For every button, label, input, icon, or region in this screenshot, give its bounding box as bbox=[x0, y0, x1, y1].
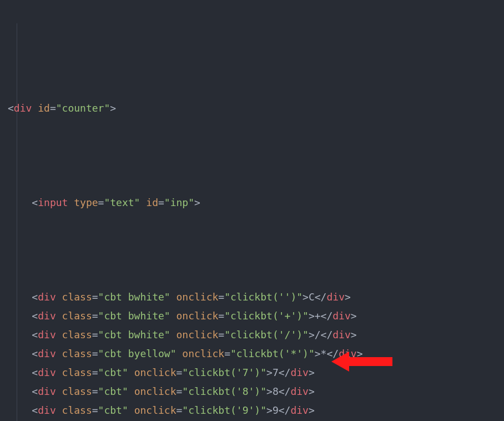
space bbox=[128, 385, 134, 397]
close-bracket-open: </ bbox=[279, 367, 291, 378]
space bbox=[140, 197, 146, 208]
inner-text: 8 bbox=[273, 385, 279, 397]
attr-onclick-value: "clickbt('8')" bbox=[182, 385, 266, 397]
bracket-open: < bbox=[32, 329, 38, 340]
close-tag-name: div bbox=[290, 367, 309, 378]
tag-name: div bbox=[38, 310, 56, 322]
close-tag-name: div bbox=[290, 385, 309, 397]
attr-onclick: onclick bbox=[176, 329, 218, 340]
indent bbox=[8, 291, 32, 303]
code-line[interactable]: <div class="cbt" onclick="clickbt('7')">… bbox=[8, 363, 504, 382]
close-tag-name: div bbox=[332, 329, 351, 340]
attr-class-value: "cbt" bbox=[98, 404, 128, 416]
indent bbox=[8, 367, 32, 378]
attr-id-value: "counter" bbox=[56, 102, 110, 114]
bracket-close: > bbox=[309, 329, 315, 340]
attr-class: class bbox=[62, 329, 92, 340]
close-bracket-open: </ bbox=[326, 348, 339, 359]
space bbox=[56, 310, 62, 322]
attr-onclick-value: "clickbt('+')" bbox=[224, 310, 309, 322]
close-bracket-close: > bbox=[345, 291, 351, 303]
attr-class: class bbox=[62, 404, 92, 416]
attr-onclick: onclick bbox=[134, 404, 177, 416]
code-line[interactable]: <div class="cbt bwhite" onclick="clickbt… bbox=[8, 307, 504, 325]
bracket-close: > bbox=[303, 291, 309, 303]
attr-class-value: "cbt bwhite" bbox=[98, 310, 170, 322]
bracket-open: < bbox=[32, 385, 38, 397]
space bbox=[128, 367, 134, 378]
tag-name: div bbox=[38, 329, 56, 340]
code-line-input[interactable]: <input type="text" id="inp"> bbox=[8, 193, 504, 212]
indent bbox=[8, 404, 32, 416]
space bbox=[170, 310, 177, 322]
bracket-open: < bbox=[8, 102, 14, 114]
equals: = bbox=[158, 197, 164, 208]
bracket-close: > bbox=[110, 102, 116, 114]
bracket-open: < bbox=[32, 367, 38, 378]
bracket-close: > bbox=[266, 385, 273, 397]
code-line[interactable]: <div class="cbt bwhite" onclick="clickbt… bbox=[8, 288, 504, 307]
attr-class-value: "cbt byellow" bbox=[98, 348, 177, 359]
bracket-close: > bbox=[309, 310, 315, 322]
close-bracket-open: </ bbox=[321, 310, 333, 322]
attr-class-value: "cbt" bbox=[98, 367, 128, 378]
equals: = bbox=[176, 385, 182, 397]
tag-name: input bbox=[38, 197, 68, 208]
close-tag-name: div bbox=[290, 404, 309, 416]
attr-onclick-value: "clickbt('/')" bbox=[224, 329, 309, 340]
attr-class-value: "cbt bwhite" bbox=[98, 291, 170, 303]
code-line[interactable]: <div class="cbt" onclick="clickbt('8')">… bbox=[8, 382, 504, 401]
attr-onclick-value: "clickbt('7')" bbox=[182, 367, 266, 378]
bracket-open: < bbox=[32, 404, 38, 416]
close-tag-name: div bbox=[339, 348, 357, 359]
space bbox=[56, 404, 62, 416]
space bbox=[32, 102, 38, 114]
attr-class-value: "cbt bwhite" bbox=[98, 329, 170, 340]
space bbox=[56, 348, 62, 359]
equals: = bbox=[92, 329, 98, 340]
attr-id-value: "inp" bbox=[164, 197, 194, 208]
close-bracket-close: > bbox=[357, 348, 363, 359]
close-bracket-open: </ bbox=[321, 329, 333, 340]
indent bbox=[8, 310, 32, 322]
bracket-open: < bbox=[32, 291, 38, 303]
close-tag-name: div bbox=[332, 310, 351, 322]
inner-text: * bbox=[321, 348, 327, 359]
space bbox=[176, 348, 182, 359]
close-tag-name: div bbox=[326, 291, 345, 303]
code-line-open[interactable]: <div id="counter"> bbox=[8, 99, 504, 118]
attr-type-value: "text" bbox=[104, 197, 140, 208]
bracket-open: < bbox=[32, 197, 38, 208]
equals: = bbox=[92, 404, 98, 416]
equals: = bbox=[218, 291, 224, 303]
space bbox=[56, 329, 62, 340]
code-line[interactable]: <div class="cbt" onclick="clickbt('9')">… bbox=[8, 401, 504, 420]
close-bracket-open: </ bbox=[315, 291, 327, 303]
tag-name: div bbox=[38, 404, 56, 416]
bracket-close: > bbox=[266, 404, 273, 416]
attr-onclick: onclick bbox=[176, 310, 218, 322]
inner-text: C bbox=[309, 291, 315, 303]
inner-text: 7 bbox=[273, 367, 279, 378]
bracket-close: > bbox=[266, 367, 273, 378]
indent bbox=[8, 197, 32, 208]
attr-onclick-value: "clickbt('')" bbox=[224, 291, 303, 303]
inner-text: + bbox=[315, 310, 321, 322]
code-line[interactable]: <div class="cbt bwhite" onclick="clickbt… bbox=[8, 325, 504, 344]
tag-name: div bbox=[14, 102, 32, 114]
equals: = bbox=[224, 348, 230, 359]
attr-onclick: onclick bbox=[134, 367, 177, 378]
attr-class: class bbox=[62, 348, 92, 359]
attr-onclick: onclick bbox=[176, 291, 218, 303]
code-line[interactable]: <div class="cbt byellow" onclick="clickb… bbox=[8, 344, 504, 363]
close-bracket-close: > bbox=[351, 310, 357, 322]
inner-text: 9 bbox=[273, 404, 279, 416]
space bbox=[68, 197, 74, 208]
inner-text: / bbox=[315, 329, 321, 340]
code-editor[interactable]: <div id="counter"> <input type="text" id… bbox=[0, 0, 504, 421]
bracket-open: < bbox=[32, 348, 38, 359]
attr-id: id bbox=[38, 102, 50, 114]
equals: = bbox=[218, 310, 224, 322]
attr-type: type bbox=[74, 197, 98, 208]
indent bbox=[8, 348, 32, 359]
